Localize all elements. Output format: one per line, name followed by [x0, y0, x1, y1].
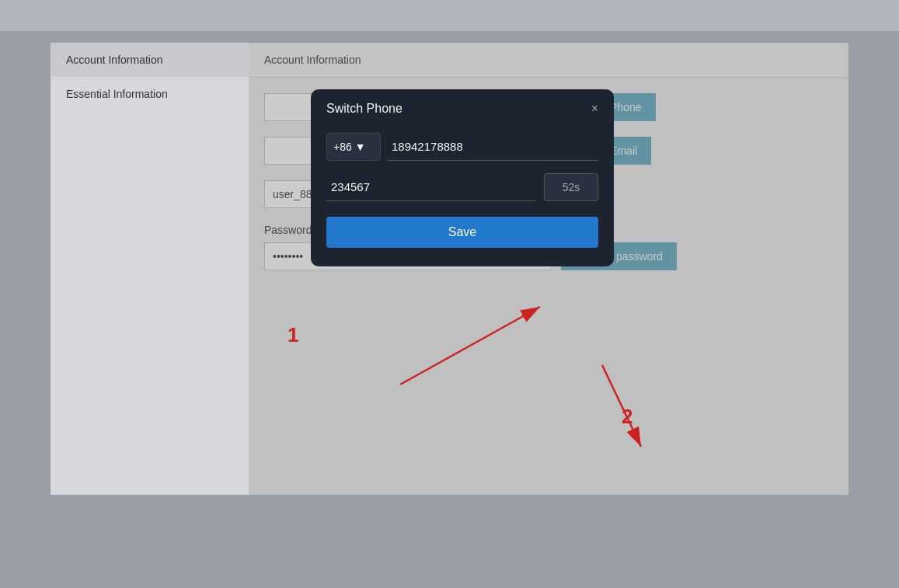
- sidebar-item-label: Account Information: [66, 54, 163, 66]
- countdown-button: 52s: [544, 173, 598, 201]
- content-area: Account Information Switch Phone Switch …: [249, 43, 848, 495]
- modal-title: Switch Phone: [326, 102, 402, 116]
- chevron-down-icon: ▼: [355, 141, 366, 153]
- modal-code-input[interactable]: [326, 173, 536, 201]
- modal-save-button[interactable]: Save: [326, 217, 598, 248]
- sidebar: Account Information Essential Informatio…: [51, 43, 249, 495]
- modal-header: Switch Phone ×: [311, 89, 614, 125]
- switch-phone-modal: Switch Phone × +86 ▼: [311, 89, 614, 266]
- sidebar-item-label: Essential Information: [66, 88, 168, 100]
- sidebar-item-essential-information[interactable]: Essential Information: [51, 77, 249, 111]
- sidebar-item-account-information[interactable]: Account Information: [51, 43, 249, 77]
- modal-phone-row: +86 ▼: [326, 133, 598, 161]
- modal-body: +86 ▼ 52s Save: [311, 125, 614, 266]
- main-area: Account Information Essential Informatio…: [51, 43, 848, 495]
- country-code-select[interactable]: +86 ▼: [326, 133, 381, 161]
- modal-close-button[interactable]: ×: [591, 103, 598, 115]
- modal-code-row: 52s: [326, 173, 598, 201]
- top-bar: [0, 0, 899, 31]
- modal-overlay: Switch Phone × +86 ▼: [249, 43, 848, 495]
- modal-phone-input[interactable]: [387, 133, 598, 161]
